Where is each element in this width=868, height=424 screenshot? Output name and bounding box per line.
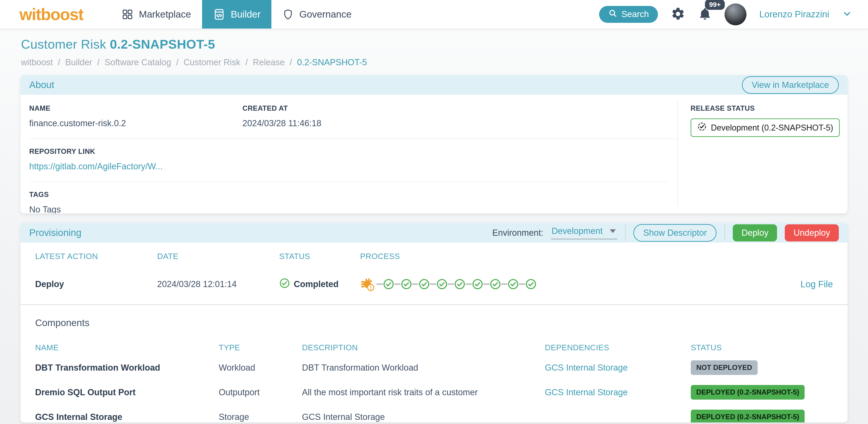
top-nav: witboost Marketplace Builder (0, 0, 868, 29)
process-check-icon[interactable] (507, 278, 519, 290)
process-check-icon[interactable] (490, 278, 501, 290)
settings-button[interactable] (671, 7, 685, 22)
col-dependencies: DEPENDENCIES (545, 343, 691, 352)
about-card: About View in Marketplace NAME finance.c… (21, 75, 847, 213)
process-check-icon[interactable] (418, 278, 430, 290)
breadcrumb-item[interactable]: witboost (21, 58, 53, 67)
process-connector (394, 283, 401, 285)
name-value: finance.customer-risk.0.2 (29, 118, 242, 128)
breadcrumb-item[interactable]: Software Catalog (105, 58, 171, 67)
dependency-link[interactable]: GCS Internal Storage (545, 363, 691, 373)
tags-value: No Tags (29, 205, 677, 213)
latest-action-status: Completed (279, 278, 360, 291)
divider (625, 224, 626, 241)
select-arrow-icon (610, 229, 616, 233)
environment-label: Environment: (492, 228, 543, 238)
gear-icon (671, 7, 685, 22)
status-check-icon (279, 278, 290, 291)
process-steps (360, 276, 783, 292)
breadcrumb-item[interactable]: Release (253, 58, 285, 67)
breadcrumb-item[interactable]: Customer Risk (184, 58, 240, 67)
tab-governance[interactable]: Governance (271, 0, 362, 29)
search-button[interactable]: Search (599, 6, 658, 23)
component-status-badge: DEPLOYED (0.2-SNAPSHOT-5) (691, 385, 805, 400)
process-check-icon[interactable] (401, 278, 412, 290)
col-type: TYPE (219, 343, 302, 352)
component-type: Storage (219, 412, 302, 422)
process-connector (412, 283, 418, 285)
about-card-header: About View in Marketplace (21, 75, 847, 95)
component-type: Outputport (219, 388, 302, 397)
col-latest-action: LATEST ACTION (35, 252, 157, 261)
about-body: NAME finance.customer-risk.0.2 CREATED A… (21, 95, 847, 213)
process-check-icon[interactable] (454, 278, 465, 290)
release-status-text: Development (0.2-SNAPSHOT-5) (711, 123, 833, 132)
tab-label: Marketplace (139, 9, 191, 20)
notifications-button[interactable]: 99+ (698, 7, 712, 22)
divider (724, 224, 725, 241)
col-process: PROCESS (360, 252, 783, 261)
component-name: GCS Internal Storage (35, 412, 219, 422)
view-in-marketplace-button[interactable]: View in Marketplace (742, 76, 839, 94)
user-avatar[interactable] (724, 3, 746, 25)
environment-select[interactable]: Development (551, 226, 617, 239)
about-title: About (29, 80, 54, 90)
release-status-badge: Development (0.2-SNAPSHOT-5) (690, 118, 840, 137)
deploy-button[interactable]: Deploy (733, 224, 777, 241)
tab-marketplace[interactable]: Marketplace (111, 0, 202, 29)
notifications-count-badge: 99+ (705, 0, 725, 10)
component-name: Dremio SQL Output Port (35, 388, 219, 397)
repository-link[interactable]: https://gitlab.com/AgileFactory/W... (29, 161, 163, 171)
nav-right-controls: Search 99+ Lorenzo Pirazzini (599, 3, 868, 25)
process-check-icon[interactable] (436, 278, 448, 290)
log-file-link[interactable]: Log File (783, 279, 833, 290)
show-descriptor-button[interactable]: Show Descriptor (633, 224, 717, 242)
breadcrumb-separator: / (97, 58, 100, 67)
latest-action-row: Deploy 2024/03/28 12:01:14 Completed (35, 276, 833, 292)
undeploy-button[interactable]: Undeploy (785, 224, 839, 241)
tab-builder[interactable]: Builder (202, 0, 272, 29)
dependency-link[interactable]: GCS Internal Storage (545, 388, 691, 397)
col-description: DESCRIPTION (302, 343, 545, 352)
status-text: Completed (294, 279, 338, 289)
latest-action-header-row: LATEST ACTION DATE STATUS PROCESS (35, 252, 833, 261)
divider (21, 304, 847, 305)
component-status-badge: NOT DEPLOYED (691, 360, 757, 375)
component-name: DBT Transformation Workload (35, 363, 219, 373)
component-type: Workload (219, 363, 302, 373)
user-name[interactable]: Lorenzo Pirazzini (759, 9, 829, 20)
builder-window-code-icon (213, 8, 225, 21)
col-name: NAME (35, 343, 219, 352)
breadcrumb-separator: / (58, 58, 60, 67)
witboost-logo[interactable]: witboost (20, 6, 83, 23)
release-status-label: RELEASE STATUS (690, 104, 847, 113)
col-status: STATUS (691, 343, 833, 352)
environment-value: Development (552, 226, 602, 236)
marketplace-grid-icon (122, 8, 133, 20)
page-title-version: 0.2-SNAPSHOT-5 (110, 37, 215, 51)
provisioning-card: Provisioning Environment: Development Sh… (21, 223, 847, 422)
release-status-column: RELEASE STATUS Development (0.2-SNAPSHOT… (677, 101, 847, 206)
provisioning-controls: Environment: Development Show Descriptor… (492, 224, 839, 242)
tags-label: TAGS (29, 190, 677, 199)
witboost-warning-icon[interactable] (360, 276, 376, 292)
breadcrumb-separator: / (245, 58, 248, 67)
component-row: DBT Transformation Workload Workload DBT… (35, 359, 833, 377)
breadcrumb-separator: / (290, 58, 292, 67)
col-date: DATE (157, 252, 279, 261)
page-title: Customer Risk 0.2-SNAPSHOT-5 (21, 37, 868, 52)
tab-label: Governance (299, 9, 351, 20)
component-description: All the most important risk traits of a … (302, 388, 545, 397)
process-connector (519, 283, 525, 285)
process-check-icon[interactable] (525, 278, 537, 290)
process-check-icon[interactable] (383, 278, 394, 290)
page-head: Customer Risk 0.2-SNAPSHOT-5 witboost / … (0, 29, 868, 67)
process-check-icon[interactable] (472, 278, 483, 290)
created-at-label: CREATED AT (242, 104, 321, 113)
breadcrumb-item[interactable]: Builder (65, 58, 92, 67)
provisioning-card-header: Provisioning Environment: Development Sh… (21, 223, 847, 243)
main-nav-tabs: Marketplace Builder Governance (111, 0, 362, 29)
user-menu-chevron-down-icon[interactable] (842, 9, 852, 20)
components-header-row: NAME TYPE DESCRIPTION DEPENDENCIES STATU… (35, 343, 833, 352)
search-icon (608, 9, 617, 20)
